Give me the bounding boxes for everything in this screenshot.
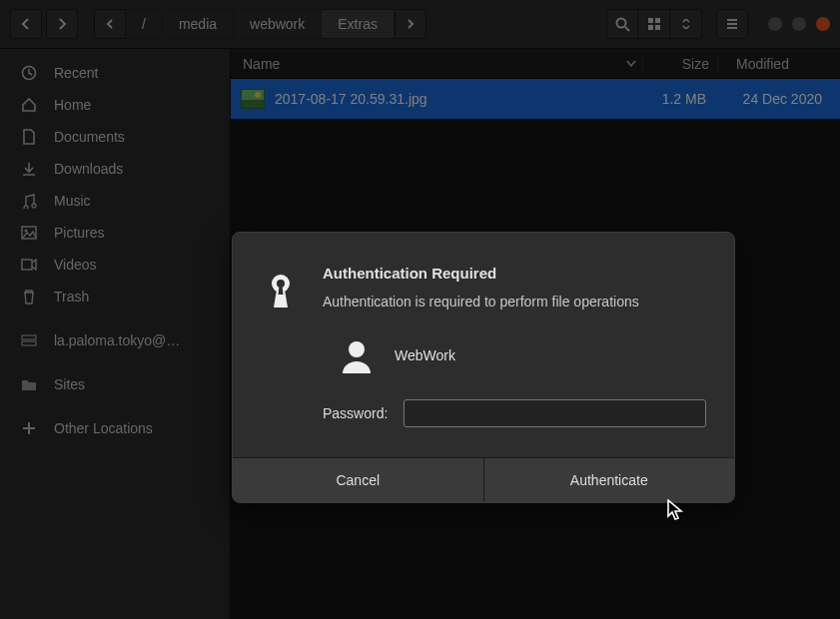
path-bar: / media webwork Extras: [94, 9, 426, 39]
sidebar-item-network[interactable]: la.paloma.tokyo@…: [0, 324, 230, 356]
home-icon: [20, 97, 38, 113]
sidebar-item-label: Home: [54, 97, 91, 113]
sidebar-item-videos[interactable]: Videos: [0, 249, 230, 281]
dialog-title: Authentication Required: [323, 265, 706, 282]
download-icon: [20, 161, 38, 177]
svg-rect-3: [655, 18, 660, 23]
forward-button[interactable]: [46, 9, 78, 39]
back-button[interactable]: [10, 9, 42, 39]
sidebar-item-downloads[interactable]: Downloads: [0, 153, 230, 185]
view-grid-button[interactable]: [638, 9, 670, 39]
path-prev-button[interactable]: [94, 9, 126, 39]
sidebar-item-documents[interactable]: Documents: [0, 121, 230, 153]
column-headers: Name Size Modified: [231, 49, 840, 79]
window-controls: [768, 17, 830, 31]
sidebar-item-label: Other Locations: [54, 420, 153, 436]
folder-icon: [20, 378, 38, 391]
picture-icon: [20, 226, 38, 240]
view-options-button[interactable]: [670, 9, 702, 39]
file-size: 1.2 MB: [640, 91, 706, 107]
document-icon: [20, 129, 38, 145]
clock-icon: [20, 65, 38, 81]
password-input[interactable]: [404, 399, 706, 427]
image-thumbnail-icon: [241, 89, 265, 109]
sidebar-item-label: Recent: [54, 65, 98, 81]
sidebar-item-label: Trash: [54, 289, 89, 305]
file-modified: 24 Dec 2020: [716, 91, 830, 107]
svg-rect-5: [655, 25, 660, 30]
sort-descending-icon: [626, 60, 636, 68]
plus-icon: [20, 421, 38, 435]
dialog-message: Authentication is required to perform fi…: [323, 294, 706, 310]
sidebar-item-pictures[interactable]: Pictures: [0, 217, 230, 249]
menu-button[interactable]: [716, 9, 748, 39]
server-icon: [20, 334, 38, 346]
svg-point-11: [25, 230, 28, 233]
sidebar-item-music[interactable]: Music: [0, 185, 230, 217]
keyhole-icon: [261, 265, 301, 427]
music-icon: [20, 193, 38, 209]
sidebar-item-label: Downloads: [54, 161, 123, 177]
column-header-name[interactable]: Name: [231, 56, 642, 72]
authenticate-button[interactable]: Authenticate: [484, 458, 735, 502]
path-segment-webwork[interactable]: webwork: [234, 9, 322, 39]
sidebar-item-label: Pictures: [54, 225, 105, 241]
svg-rect-2: [648, 18, 653, 23]
path-next-button[interactable]: [395, 9, 426, 39]
dialog-user-name: WebWork: [395, 347, 455, 363]
svg-rect-4: [648, 25, 653, 30]
svg-rect-14: [22, 341, 36, 345]
sidebar-item-label: Documents: [54, 129, 125, 145]
trash-icon: [20, 289, 38, 305]
toolbar: / media webwork Extras: [0, 0, 840, 49]
file-row[interactable]: 2017-08-17 20.59.31.jpg 1.2 MB 24 Dec 20…: [231, 79, 840, 119]
window-minimize-button[interactable]: [768, 17, 782, 31]
user-avatar-icon: [339, 337, 375, 373]
svg-rect-12: [22, 260, 32, 270]
path-segment-root[interactable]: /: [126, 9, 163, 39]
sidebar-item-label: la.paloma.tokyo@…: [54, 332, 180, 348]
svg-rect-13: [22, 335, 36, 339]
window-maximize-button[interactable]: [792, 17, 806, 31]
sidebar-item-sites[interactable]: Sites: [0, 368, 230, 400]
password-label: Password:: [323, 405, 388, 421]
cancel-button[interactable]: Cancel: [233, 458, 484, 502]
svg-point-0: [616, 18, 625, 27]
svg-point-17: [349, 341, 365, 357]
video-icon: [20, 259, 38, 271]
path-segment-media[interactable]: media: [163, 9, 234, 39]
sidebar-item-label: Sites: [54, 376, 85, 392]
sidebar-item-home[interactable]: Home: [0, 89, 230, 121]
sidebar-item-trash[interactable]: Trash: [0, 281, 230, 312]
column-header-modified[interactable]: Modified: [726, 56, 840, 72]
sidebar: Recent Home Documents Downloads Music Pi…: [0, 49, 231, 619]
path-segment-extras[interactable]: Extras: [322, 9, 395, 39]
search-button[interactable]: [606, 9, 638, 39]
svg-line-1: [625, 27, 629, 31]
sidebar-item-recent[interactable]: Recent: [0, 57, 230, 89]
sidebar-item-other-locations[interactable]: Other Locations: [0, 412, 230, 444]
file-name: 2017-08-17 20.59.31.jpg: [275, 91, 630, 107]
sidebar-item-label: Music: [54, 193, 91, 209]
auth-dialog: Authentication Required Authentication i…: [232, 232, 735, 503]
column-header-size[interactable]: Size: [643, 56, 709, 72]
sidebar-item-label: Videos: [54, 257, 97, 273]
window-close-button[interactable]: [816, 17, 830, 31]
